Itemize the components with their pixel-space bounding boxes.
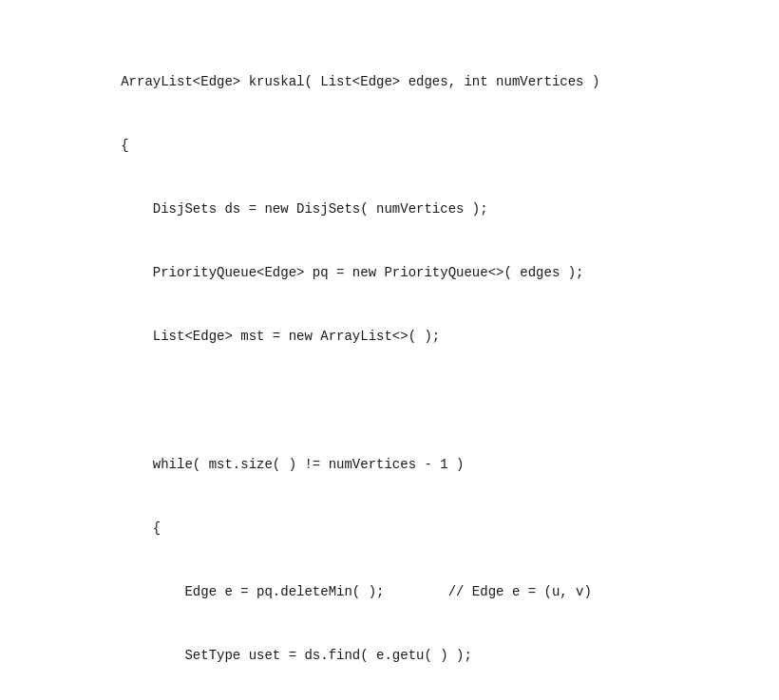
code-line-9: Edge e = pq.deleteMin( ); // Edge e = (u… bbox=[57, 581, 741, 602]
code-line-3: DisjSets ds = new DisjSets( numVertices … bbox=[57, 199, 741, 219]
code-line-2: { bbox=[57, 135, 741, 156]
code-line-8: { bbox=[57, 518, 741, 539]
code-line-6 bbox=[57, 390, 741, 411]
page-container: ArrayList<Edge> kruskal( List<Edge> edge… bbox=[0, 0, 779, 700]
code-line-5: List<Edge> mst = new ArrayList<>( ); bbox=[57, 326, 741, 347]
code-line-4: PriorityQueue<Edge> pq = new PriorityQue… bbox=[57, 262, 741, 283]
code-line-7: while( mst.size( ) != numVertices - 1 ) bbox=[57, 454, 741, 475]
code-block: ArrayList<Edge> kruskal( List<Edge> edge… bbox=[57, 28, 741, 700]
code-line-10: SetType uset = ds.find( e.getu( ) ); bbox=[57, 645, 741, 666]
code-line-1: ArrayList<Edge> kruskal( List<Edge> edge… bbox=[57, 71, 741, 92]
